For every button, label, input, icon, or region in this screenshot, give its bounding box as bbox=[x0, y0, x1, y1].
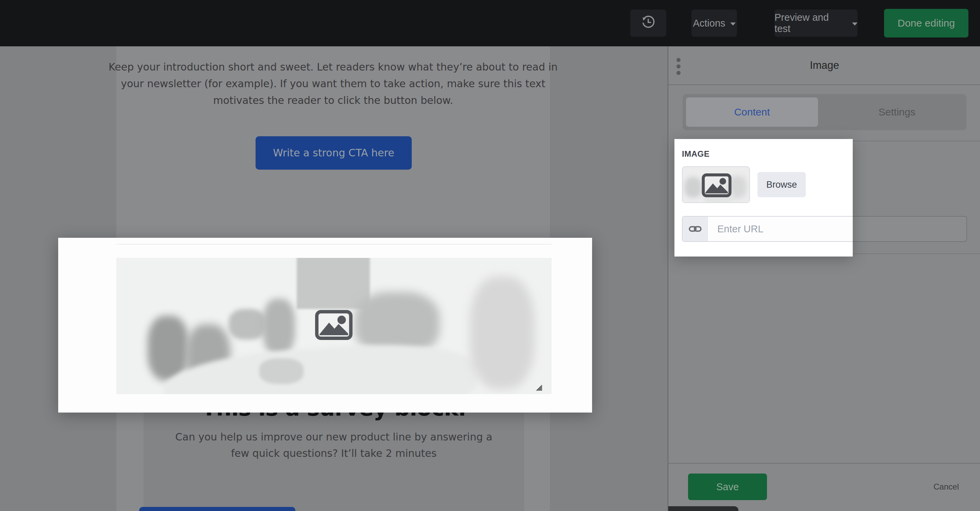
email-cta-button[interactable]: Write a strong CTA here bbox=[256, 136, 412, 170]
browse-button[interactable]: Browse bbox=[757, 172, 806, 197]
image-section-label: IMAGE bbox=[682, 149, 710, 159]
history-restore-icon bbox=[640, 14, 656, 32]
image-placeholder-icon bbox=[315, 310, 353, 340]
resize-handle-icon[interactable] bbox=[535, 384, 543, 391]
image-url-field bbox=[682, 216, 853, 242]
done-editing-button[interactable]: Done editing bbox=[884, 9, 969, 37]
history-button[interactable] bbox=[630, 10, 666, 37]
chevron-down-icon bbox=[852, 22, 858, 26]
preview-and-test-button[interactable]: Preview and test bbox=[775, 10, 858, 37]
save-button[interactable]: Save bbox=[688, 474, 767, 500]
actions-label: Actions bbox=[693, 18, 725, 29]
preview-label: Preview and test bbox=[775, 12, 847, 34]
section-divider-dimmed bbox=[853, 141, 980, 141]
actions-button[interactable]: Actions bbox=[692, 10, 737, 37]
content-settings-tabs: Content Settings bbox=[682, 94, 966, 130]
image-thumbnail[interactable] bbox=[682, 166, 750, 203]
link-chain-icon bbox=[682, 217, 708, 241]
email-image-block[interactable] bbox=[116, 258, 552, 394]
tab-content[interactable]: Content bbox=[686, 97, 818, 127]
toast-sliver bbox=[668, 506, 738, 511]
survey-body-text: Can you help us improve our new product … bbox=[167, 429, 501, 461]
cancel-button[interactable]: Cancel bbox=[933, 474, 959, 500]
section-divider-dimmed bbox=[853, 254, 980, 254]
image-placeholder-icon bbox=[702, 173, 732, 198]
survey-cta-button-partial[interactable] bbox=[139, 507, 295, 511]
intro-paragraph: Keep your introduction short and sweet. … bbox=[97, 59, 569, 109]
panel-title: Image bbox=[668, 46, 980, 85]
divider bbox=[668, 85, 980, 85]
chevron-down-icon bbox=[730, 22, 736, 26]
divider bbox=[668, 463, 980, 464]
block-divider bbox=[116, 244, 552, 244]
image-section-spotlight: IMAGE Browse bbox=[675, 139, 853, 257]
url-field-dimmed-portion bbox=[853, 216, 967, 242]
topbar: Actions Preview and test Done editing bbox=[0, 0, 980, 46]
image-settings-panel: Image Content Settings IMAGE Browse bbox=[668, 46, 980, 511]
done-editing-label: Done editing bbox=[898, 18, 955, 29]
email-canvas: Keep your introduction short and sweet. … bbox=[0, 46, 668, 511]
enter-url-input[interactable] bbox=[708, 217, 853, 241]
image-block-spotlight bbox=[58, 238, 592, 412]
tab-settings[interactable]: Settings bbox=[831, 97, 963, 127]
